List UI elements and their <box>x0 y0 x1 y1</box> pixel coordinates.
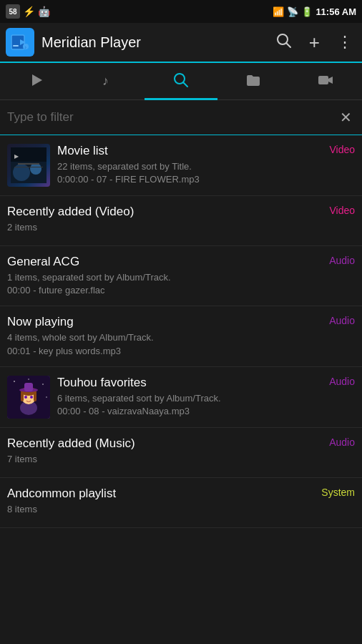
svg-text:♪: ♪ <box>24 45 26 49</box>
item-thumbnail: ▶ <box>7 144 50 187</box>
svg-rect-31 <box>24 383 33 391</box>
item-subtitle1: 1 items, separated sort by Album/Track. <box>7 271 355 284</box>
item-title: Now playing <box>7 315 74 329</box>
more-button[interactable]: ⋮ <box>334 30 356 54</box>
svg-point-22 <box>42 384 44 385</box>
battery-charging-icon: 🔋 <box>301 6 313 17</box>
status-bar: 58 ⚡ 🤖 📶 📡 🔋 11:56 AM <box>0 0 362 23</box>
item-subtitle2: 00:01 - key plus words.mp3 <box>7 345 355 358</box>
item-title: Recently added (Music) <box>7 436 135 451</box>
svg-point-32 <box>24 396 27 399</box>
svg-line-6 <box>286 43 290 47</box>
toolbar: ♪ Meridian Player + ⋮ <box>0 23 362 63</box>
item-badge: Audio <box>329 436 355 448</box>
tab-folder[interactable] <box>217 63 290 100</box>
tab-search[interactable] <box>145 63 217 100</box>
item-title: Andcommon playlist <box>7 487 116 501</box>
list-item[interactable]: General ACG Audio 1 items, separated sor… <box>0 246 362 306</box>
item-badge: Audio <box>329 315 355 326</box>
search-bar: ✕ <box>0 100 362 135</box>
wifi-icon: 📶 <box>273 6 284 17</box>
svg-rect-28 <box>21 391 24 401</box>
item-badge: Video <box>329 205 355 216</box>
item-badge: Audio <box>329 376 355 387</box>
search-button[interactable] <box>273 30 295 55</box>
item-subtitle2: 00:00 - future gazer.flac <box>7 284 355 297</box>
svg-rect-18 <box>18 163 39 165</box>
app-icon: ♪ <box>6 28 34 57</box>
tab-bar: ♪ <box>0 63 362 100</box>
item-title: Recently added (Video) <box>7 205 134 219</box>
item-badge: Audio <box>329 255 355 266</box>
item-content: Movie list Video 22 items, separated sor… <box>57 144 355 186</box>
status-right: 📶 📡 🔋 11:56 AM <box>273 6 356 17</box>
item-subtitle2: 00:00 - 08 - vaizravaNaaya.mp3 <box>57 405 355 418</box>
item-thumbnail <box>7 376 50 419</box>
android-icon: 🤖 <box>38 6 50 17</box>
tab-music[interactable]: ♪ <box>72 63 145 100</box>
item-title: General ACG <box>7 255 79 269</box>
item-title: Movie list <box>57 144 108 158</box>
toolbar-actions: + ⋮ <box>273 29 356 57</box>
signal-icon: 📡 <box>287 6 298 17</box>
search-clear-button[interactable]: ✕ <box>337 106 355 129</box>
svg-text:♪: ♪ <box>102 74 109 88</box>
playlist-list: ▶ Movie list Video 22 items, separated s… <box>0 135 362 643</box>
svg-point-14 <box>13 164 30 181</box>
list-item[interactable]: Recently added (Video) Video 2 items <box>0 196 362 246</box>
item-title: Touhou favorites <box>57 376 147 390</box>
list-item[interactable]: Recently added (Music) Audio 7 items <box>0 428 362 478</box>
list-item[interactable]: Touhou favorites Audio 6 items, separate… <box>0 367 362 428</box>
item-content: Andcommon playlist System 8 items <box>7 487 355 516</box>
svg-point-33 <box>30 396 33 399</box>
svg-line-10 <box>183 82 187 87</box>
svg-rect-11 <box>318 76 328 84</box>
item-subtitle1: 8 items <box>7 503 355 516</box>
item-badge: Video <box>329 144 355 155</box>
svg-point-15 <box>30 163 41 175</box>
item-content: Touhou favorites Audio 6 items, separate… <box>57 376 355 418</box>
list-item[interactable]: Andcommon playlist System 8 items <box>0 478 362 528</box>
list-item[interactable]: Now playing Audio 4 items, whole sort by… <box>0 306 362 366</box>
battery-level-icon: 58 <box>6 4 20 19</box>
item-content: Recently added (Music) Audio 7 items <box>7 436 355 466</box>
item-content: Now playing Audio 4 items, whole sort by… <box>7 315 355 357</box>
item-badge: System <box>321 487 355 498</box>
clock: 11:56 AM <box>315 6 356 17</box>
svg-rect-29 <box>34 391 36 401</box>
tab-video[interactable] <box>290 63 362 100</box>
svg-point-23 <box>28 379 29 380</box>
app-title: Meridian Player <box>41 34 273 51</box>
list-item[interactable]: ▶ Movie list Video 22 items, separated s… <box>0 135 362 196</box>
add-button[interactable]: + <box>306 29 323 57</box>
item-subtitle2: 0:00:00 - 07 - FIRE FLOWER.mp3 <box>57 173 355 186</box>
item-content: General ACG Audio 1 items, separated sor… <box>7 255 355 297</box>
item-subtitle1: 22 items, separated sort by Title. <box>57 160 355 173</box>
filter-input[interactable] <box>7 107 337 127</box>
tab-play[interactable] <box>0 63 72 100</box>
svg-point-24 <box>46 396 47 398</box>
item-subtitle1: 6 items, separated sort by Album/Track. <box>57 392 355 405</box>
svg-point-21 <box>14 381 15 382</box>
svg-rect-2 <box>13 45 19 47</box>
svg-marker-7 <box>32 74 42 86</box>
status-left: 58 ⚡ 🤖 <box>6 4 50 19</box>
svg-text:▶: ▶ <box>14 153 19 160</box>
item-subtitle1: 2 items <box>7 221 355 234</box>
item-subtitle1: 4 items, whole sort by Album/Track. <box>7 331 355 344</box>
svg-rect-19 <box>14 167 43 167</box>
usb-icon: ⚡ <box>23 6 35 17</box>
item-subtitle1: 7 items <box>7 453 355 466</box>
item-content: Recently added (Video) Video 2 items <box>7 205 355 234</box>
svg-marker-12 <box>328 77 333 84</box>
